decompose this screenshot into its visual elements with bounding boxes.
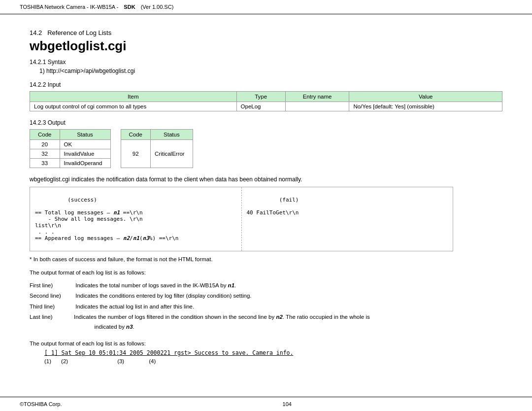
line-second-label: Second line) <box>30 291 74 301</box>
input-row-value: No/Yes [default: Yes] (omissible) <box>349 102 502 111</box>
main-content: 14.2 Reference of Log Lists wbgetloglist… <box>0 14 532 397</box>
input-col-entryname: Entry name <box>285 92 349 102</box>
output-left-code-3: 33 <box>30 159 60 168</box>
output-line-first: First line) Indicates the total number o… <box>30 281 502 291</box>
example-num-4: (4) <box>149 358 156 364</box>
header-text-bold: SDK <box>124 4 135 10</box>
input-table: Item Type Entry name Value Log output co… <box>30 91 502 111</box>
description-intro: wbgetloglist.cgi indicates the notificat… <box>30 176 502 183</box>
output-heading: 14.2.3 Output <box>30 119 502 126</box>
page-header: TOSHIBA Network Camera - IK-WB15A - SDK … <box>0 0 532 14</box>
example-numbers: (1) (2) (3) (4) <box>44 358 502 364</box>
line-first-label: First line) <box>30 281 74 291</box>
line-first-desc: Indicates the total number of logs saved… <box>75 281 450 291</box>
syntax-heading: 14.2.1 Syntax <box>30 59 502 66</box>
line-last-label: Last line) <box>30 312 74 332</box>
output-left-col-code: Code <box>30 130 60 140</box>
example-line: [ 1] Sat Sep 10 05:01:34 2005 2000221 rg… <box>44 349 293 356</box>
header-text-version: (Ver 1.00.SC) <box>141 4 174 10</box>
input-col-item: Item <box>30 92 237 102</box>
output-format-block: The output format of each log list is as… <box>30 268 502 332</box>
example-row: [ 1] Sat Sep 10 05:01:34 2005 2000221 rg… <box>44 349 502 356</box>
output-line-second: Second line) Indicates the conditions en… <box>30 291 502 301</box>
table-row: 20 OK <box>30 140 111 149</box>
footer-page-number: 104 <box>283 401 292 407</box>
line-third-desc: Indicates the actual log list in and aft… <box>75 302 450 312</box>
description-block: wbgetloglist.cgi indicates the notificat… <box>30 176 502 262</box>
input-col-type: Type <box>236 92 285 102</box>
input-row-type: OpeLog <box>236 102 285 111</box>
input-row-item: Log output control of cgi common to all … <box>30 102 237 111</box>
output-line-third: Third line) Indicates the actual log lis… <box>30 302 502 312</box>
input-row-entryname <box>285 102 349 111</box>
output-table-left: Code Status 20 OK 32 InvalidValue 33 <box>30 129 111 168</box>
page-title: wbgetloglist.cgi <box>30 38 502 54</box>
table-row: 33 InvalidOperand <box>30 159 111 168</box>
output-table-right: Code Status 92 CriticalError <box>121 129 193 168</box>
example-num-2: (2) <box>61 358 68 364</box>
output-left-status-1: OK <box>60 140 110 149</box>
section-number: 14.2 <box>30 29 42 36</box>
input-col-value: Value <box>349 92 502 102</box>
code-left-label: (success) <box>67 197 97 203</box>
output-format-intro: The output format of each log list is as… <box>30 268 502 278</box>
code-right-label: (fail) <box>279 197 299 203</box>
header-text-normal: TOSHIBA Network Camera - IK-WB15A - <box>20 4 118 10</box>
section-title: Reference of Log Lists <box>47 29 111 36</box>
code-box-left: (success) == Total log messages – n1 ==\… <box>30 187 242 251</box>
line-third-label: Third line) <box>30 302 74 312</box>
output-tables-row: Code Status 20 OK 32 InvalidValue 33 <box>30 129 502 168</box>
syntax-item: 1) http://<camip>/api/wbgetloglist.cgi <box>39 68 502 74</box>
line-last-desc: Indicates the number of logs filtered in… <box>74 312 448 332</box>
output-left-status-3: InvalidOperand <box>60 159 110 168</box>
note-text: * In both cases of success and failure, … <box>30 256 502 262</box>
example-intro: The output format of each log list is as… <box>30 341 502 346</box>
page-wrapper: TOSHIBA Network Camera - IK-WB15A - SDK … <box>0 0 532 411</box>
example-num-1: (1) <box>44 358 51 364</box>
section-heading: 14.2 Reference of Log Lists <box>30 29 502 36</box>
output-right-code-1: 92 <box>121 140 151 168</box>
example-num-3: (3) <box>117 358 124 364</box>
input-heading: 14.2.2 Input <box>30 81 502 88</box>
output-right-status-1: CriticalError <box>151 140 193 168</box>
page-footer: ©TOSHIBA Corp. 104 <box>0 397 532 411</box>
output-left-status-2: InvalidValue <box>60 149 110 159</box>
output-line-last: Last line) Indicates the number of logs … <box>30 312 502 332</box>
line-second-desc: Indicates the conditions entered by log … <box>75 291 450 301</box>
table-row: 32 InvalidValue <box>30 149 111 159</box>
table-row: 92 CriticalError <box>121 140 193 168</box>
code-box-right: (fail) 40 FailToGet\r\n <box>242 187 453 251</box>
output-left-code-2: 32 <box>30 149 60 159</box>
table-row: Log output control of cgi common to all … <box>30 102 502 111</box>
example-block: The output format of each log list is as… <box>30 341 502 364</box>
footer-copyright: ©TOSHIBA Corp. <box>20 401 62 407</box>
output-left-code-1: 20 <box>30 140 60 149</box>
output-right-col-status: Status <box>151 130 193 140</box>
output-left-col-status: Status <box>60 130 110 140</box>
code-box-wrapper: (success) == Total log messages – n1 ==\… <box>30 187 453 251</box>
output-right-col-code: Code <box>121 130 151 140</box>
